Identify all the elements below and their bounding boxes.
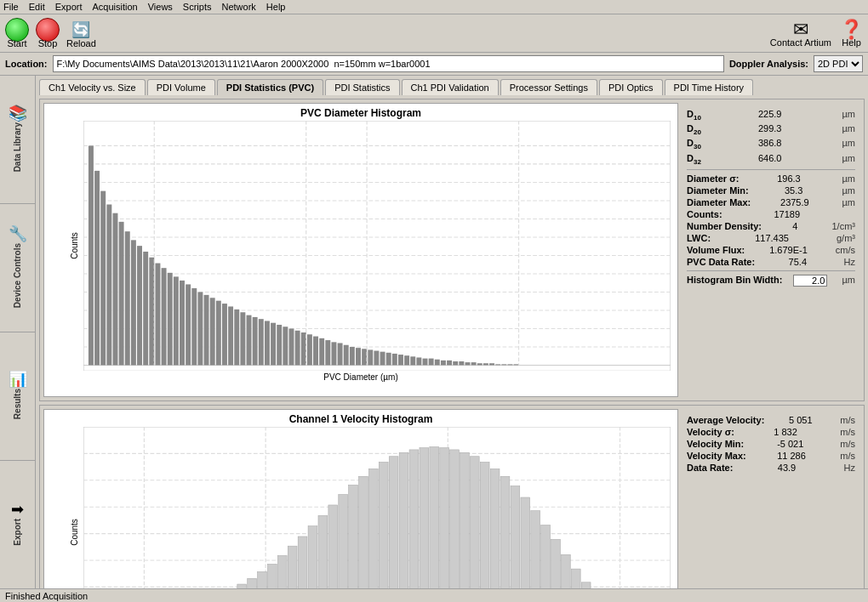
stat-num-density: Number Density: 4 1/cm³ [687,220,855,232]
d10-value: 225.9 [758,109,782,122]
sidebar-results[interactable]: 📊 Results [0,332,35,461]
pvc-rate-value: 75.4 [789,257,807,267]
svg-rect-151 [359,477,368,588]
svg-rect-142 [268,565,277,588]
svg-rect-172 [571,569,580,588]
sidebar-data-library-label: Data Library [13,122,22,172]
data-rate-unit: Hz [844,463,855,473]
stat-bin-width: Histogram Bin Width: µm [687,274,855,287]
tab-pdi-statistics[interactable]: PDI Statistics [325,79,399,95]
stat-vel-sigma: Velocity σ: 1 832 m/s [687,426,855,438]
sidebar-export[interactable]: ➡ Export [0,461,35,588]
bin-width-label: Histogram Bin Width: [687,275,782,287]
velocity-ylabel: Counts [70,519,79,546]
d30-value: 386.8 [758,138,782,150]
svg-rect-92 [483,363,488,365]
svg-rect-141 [258,572,267,588]
stop-button-group: Stop [36,18,60,48]
dia-max-value: 2375.9 [780,197,809,207]
svg-rect-166 [511,486,520,588]
svg-rect-62 [301,332,306,365]
tab-processor-settings[interactable]: Processor Settings [500,79,597,95]
svg-rect-66 [325,340,330,365]
svg-rect-154 [389,457,398,588]
svg-rect-51 [234,310,239,366]
svg-rect-139 [237,584,247,588]
svg-rect-156 [409,450,419,588]
menu-help[interactable]: Help [266,2,286,12]
menu-file[interactable]: File [3,2,19,12]
pvc-ylabel: Counts [70,232,79,259]
device-controls-icon: 🔧 [9,224,27,243]
tab-pdi-optics[interactable]: PDI Optics [599,79,663,95]
doppler-select[interactable]: 2D PDI [814,55,863,72]
svg-rect-31 [113,213,118,366]
avg-vel-value: 5 051 [789,415,813,425]
svg-rect-97 [514,364,519,365]
counts-value: 17189 [774,209,800,219]
svg-rect-61 [295,331,300,366]
svg-rect-55 [259,319,264,365]
stat-d10: D10 225.9 µm [687,108,855,122]
menu-export[interactable]: Export [55,2,83,12]
pvc-chart-box: PVC Diameter Histogram Counts [43,103,678,397]
svg-rect-35 [137,246,142,365]
tab-ch1-pdi-validation[interactable]: Ch1 PDI Validation [402,79,499,95]
pvc-stats-box: D10 225.9 µm D20 299.3 µm D30 386.8 µm [682,103,860,397]
svg-rect-84 [435,360,440,366]
tab-pdi-statistics-pvc[interactable]: PDI Statistics (PVC) [217,79,323,95]
location-input[interactable] [53,55,724,72]
svg-rect-40 [168,273,173,366]
menu-edit[interactable]: Edit [29,2,45,12]
svg-rect-173 [581,582,591,588]
svg-rect-86 [447,361,452,366]
lwc-value: 117.435 [755,233,789,243]
menu-acquisition[interactable]: Acquisition [93,2,138,12]
stop-label: Stop [38,38,58,48]
vol-flux-value: 1.679E-1 [769,245,808,255]
svg-rect-60 [289,328,294,365]
svg-rect-95 [501,364,506,365]
sidebar-data-library[interactable]: 📚 Data Library [0,76,35,204]
svg-rect-44 [191,288,197,366]
svg-rect-78 [398,355,403,365]
tab-pdi-volume[interactable]: PDI Volume [147,79,215,95]
d10-label: D10 [687,109,701,122]
bin-width-input[interactable] [793,275,827,287]
menu-views[interactable]: Views [148,2,173,12]
svg-rect-167 [521,497,530,588]
tab-ch1-velocity-size[interactable]: Ch1 Velocity vs. Size [39,79,146,95]
status-text: Finished Acquisition [5,591,88,601]
tab-pdi-time-history[interactable]: PDI Time History [665,79,754,95]
svg-rect-169 [541,525,551,588]
menu-network[interactable]: Network [221,2,255,12]
stat-vol-flux: Volume Flux: 1.679E-1 cm/s [687,244,855,256]
svg-rect-67 [331,342,336,365]
help-button-group: ❓ Help [840,19,863,48]
start-label: Start [7,38,26,48]
sidebar-export-label: Export [13,519,22,546]
svg-rect-72 [362,349,367,365]
svg-rect-59 [283,327,288,365]
menu-scripts[interactable]: Scripts [183,2,212,12]
svg-rect-145 [298,537,307,588]
sidebar-device-controls[interactable]: 🔧 Device Controls [0,204,35,332]
pvc-rate-label: PVC Data Rate: [687,257,755,267]
svg-rect-71 [356,348,361,365]
velocity-stats-box: Average Velocity: 5 051 m/s Velocity σ: … [682,409,860,588]
dia-min-unit: µm [842,185,855,196]
location-label: Location: [5,59,48,69]
dia-max-unit: µm [842,197,855,207]
d20-label: D20 [687,123,701,136]
svg-rect-158 [430,447,439,588]
toolbar-right: ✉ Contact Artium ❓ Help [770,19,863,48]
d20-unit: µm [842,123,855,136]
svg-rect-85 [441,361,446,366]
svg-rect-153 [379,463,388,588]
svg-rect-73 [368,349,373,365]
svg-rect-94 [495,364,500,365]
pvc-chart-svg: 280 260 240 220 200 180 160 140 120 100 … [83,121,671,371]
svg-rect-144 [288,546,297,588]
svg-rect-162 [470,457,479,588]
vel-max-value: 11 286 [777,451,806,461]
